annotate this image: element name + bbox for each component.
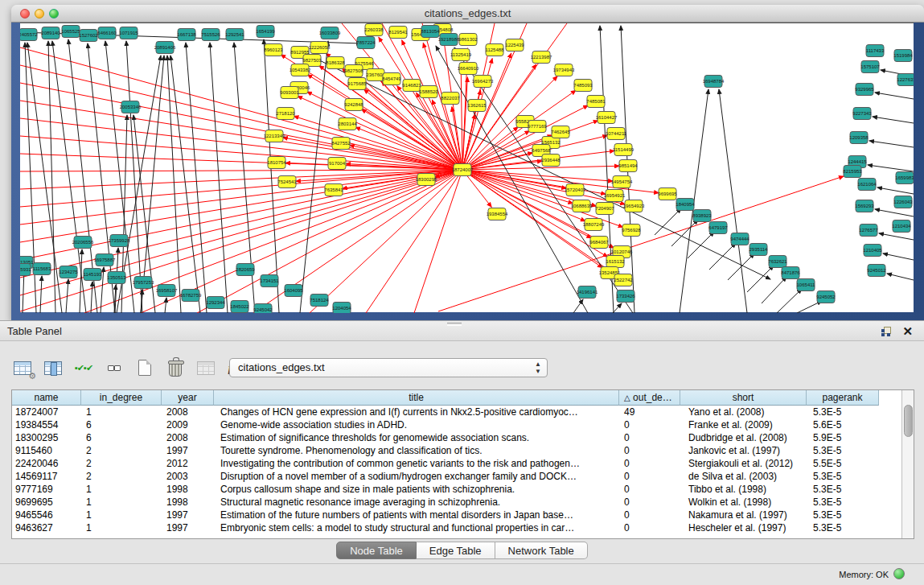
table-settings-icon[interactable]: ⚙ — [11, 357, 34, 378]
node-label: 7485093 — [573, 83, 593, 88]
node-label: 1527602 — [79, 33, 98, 38]
cell-name: 9699695 — [12, 496, 81, 509]
column-header-year[interactable]: year — [162, 390, 214, 406]
node-label: 16104427 — [596, 115, 618, 120]
column-header-out_de[interactable]: △ out_de… — [619, 390, 680, 406]
cell-pagerank: 5.3E-5 — [807, 521, 879, 534]
cell-name: 19384554 — [12, 418, 81, 431]
node-label: 9827508 — [344, 68, 363, 73]
cell-year: 2008 — [162, 406, 214, 418]
node-label: 7632621 — [768, 259, 787, 264]
cell-year: 2003 — [162, 470, 214, 483]
table-scrollbar[interactable] — [901, 390, 914, 538]
cell-in_degree: 6 — [81, 418, 162, 431]
desktop: citations_edges.txt 89601238912955122260… — [0, 0, 924, 585]
node-label: 1654199 — [256, 29, 275, 34]
tab-network-table[interactable]: Network Table — [495, 542, 588, 559]
node-label: 9684067 — [589, 240, 609, 245]
delete-icon[interactable] — [164, 357, 187, 378]
table-row[interactable]: 1830029562008Estimation of significance … — [12, 431, 879, 444]
new-table-icon[interactable] — [133, 357, 156, 378]
cell-pagerank: 5.5E-5 — [807, 457, 879, 470]
citation-network-graph[interactable]: 8960123891295512226058982750381863281054… — [20, 23, 914, 313]
node-label: 2718120 — [276, 111, 295, 116]
cell-pagerank: 5.3E-5 — [807, 483, 879, 496]
cell-year: 2008 — [162, 431, 214, 444]
tab-node-table[interactable]: Node Table — [336, 542, 417, 559]
node-label: 8938923 — [692, 213, 712, 218]
table-row[interactable]: 977716911998Corpus callosum shape and si… — [12, 483, 879, 496]
node-label: 1575107 — [860, 64, 880, 69]
cell-short: Stergiakouli et al. (2012) — [680, 457, 807, 470]
table-row[interactable]: 946362711997Embryonic stem cells: a mode… — [12, 521, 879, 534]
column-header-title[interactable]: title — [214, 390, 619, 406]
node-label: 1588520 — [419, 89, 438, 94]
node-label: 8186328 — [326, 60, 345, 65]
cell-title: Estimation of significance thresholds fo… — [214, 431, 619, 444]
network-canvas[interactable]: 8960123891295512226058982750381863281054… — [20, 23, 914, 312]
table-row[interactable]: 1456911722003Disruption of a novel membe… — [12, 470, 879, 483]
cell-name: 9465546 — [12, 509, 81, 521]
table-selector-dropdown[interactable]: citations_edges.txt ▲▼ — [229, 358, 548, 377]
network-window: citations_edges.txt 89601238912955122260… — [11, 5, 924, 320]
cell-out_degree: 0 — [619, 483, 680, 496]
node-label: 10543382 — [290, 68, 311, 72]
table-row[interactable]: 2242004622012Investigating the contribut… — [12, 457, 879, 470]
window-titlebar[interactable]: citations_edges.txt — [11, 5, 924, 23]
table-row[interactable]: 1872400712008Changes of HCN gene express… — [12, 406, 879, 418]
column-header-short[interactable]: short — [680, 390, 807, 406]
node-label: 9827503 — [302, 58, 322, 63]
column-settings-icon[interactable] — [42, 357, 64, 378]
table-row[interactable]: 911546021997Tourette syndrome. Phenomeno… — [12, 444, 879, 457]
cell-out_degree: 0 — [619, 496, 680, 509]
table-row[interactable]: 946554611997Estimation of the future num… — [12, 509, 879, 521]
node-label: 2935114 — [749, 247, 769, 252]
node-label: 16964273 — [472, 79, 494, 84]
table-row[interactable]: 1938455462009Genome-wide association stu… — [12, 418, 879, 431]
node-label: 7857224 — [356, 40, 376, 45]
cell-pagerank: 5.3E-5 — [807, 470, 879, 483]
node-label: 16033809 — [319, 31, 341, 35]
cell-year: 1997 — [162, 509, 214, 521]
cell-in_degree: 6 — [81, 431, 162, 444]
node-label: 7635841 — [324, 187, 343, 192]
float-panel-icon[interactable] — [881, 327, 892, 336]
node-label: 16948784 — [703, 79, 725, 84]
memory-status-icon[interactable] — [893, 568, 905, 579]
cell-year: 1997 — [162, 521, 214, 534]
tab-edge-table[interactable]: Edge Table — [417, 542, 495, 559]
node-label: 1071915 — [119, 31, 138, 35]
node-label: 1125488 — [486, 47, 505, 52]
column-header-name[interactable]: name — [12, 390, 81, 406]
node-label: 1210405 — [863, 248, 882, 253]
row-height-icon[interactable] — [103, 357, 125, 378]
node-table: namein_degreeyeartitle△ out_de…shortpage… — [11, 389, 914, 539]
node-label: 7485081 — [586, 99, 606, 104]
node-label: 9175685 — [347, 81, 367, 86]
delete-table-icon — [195, 357, 217, 378]
cell-pagerank: 5.3E-5 — [807, 406, 879, 418]
node-label: 6497568 — [532, 148, 551, 153]
node-label: 1350513 — [107, 275, 126, 280]
node-label: 1065525 — [61, 29, 80, 34]
cell-name: 9115460 — [12, 444, 81, 457]
cell-name: 14569117 — [12, 470, 81, 483]
close-panel-icon[interactable]: ✕ — [902, 324, 913, 339]
node-label: 9474444 — [730, 237, 749, 241]
panel-resize-grip[interactable] — [447, 323, 462, 326]
table-row[interactable]: 969969511998Structural magnetic resonanc… — [12, 496, 879, 509]
node-label: 1733426 — [616, 294, 635, 299]
cell-title: Estimation of the future numbers of pati… — [214, 509, 619, 521]
scrollbar-thumb[interactable] — [904, 405, 913, 437]
cell-out_degree: 0 — [619, 509, 680, 521]
table-body: 1872400712008Changes of HCN gene express… — [12, 406, 879, 534]
node-label: 20053346 — [120, 105, 142, 109]
table-selector-value: citations_edges.txt — [238, 361, 325, 373]
select-rows-icon[interactable]: ▪✔▪✔ — [72, 357, 95, 378]
node-label: 9699695 — [658, 192, 677, 196]
column-header-pagerank[interactable]: pagerank — [807, 390, 879, 406]
column-header-in_degree[interactable]: in_degree — [81, 390, 162, 406]
cell-year: 1998 — [162, 496, 214, 509]
cell-title: Changes of HCN gene expression and I(f) … — [214, 406, 619, 418]
table-header-row: namein_degreeyeartitle△ out_de…shortpage… — [12, 390, 879, 406]
